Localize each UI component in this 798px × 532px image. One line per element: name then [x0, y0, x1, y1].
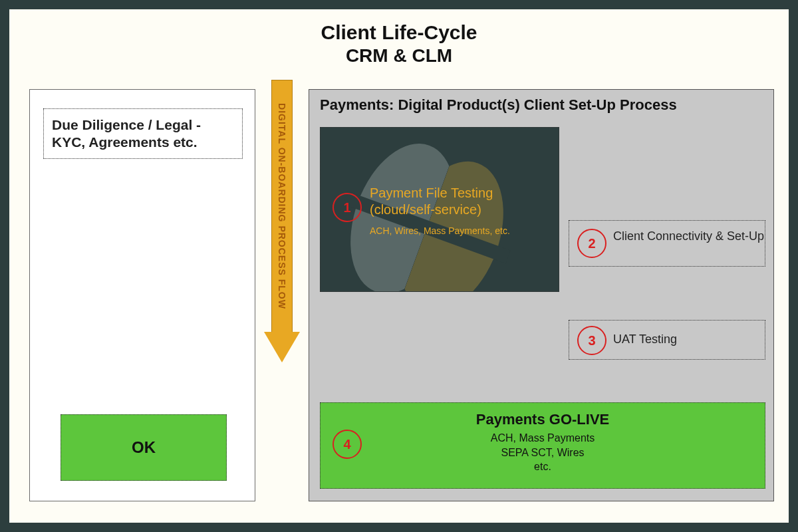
step-number-3: 3	[577, 326, 606, 355]
step-1-title: Payment File Testing (cloud/self-service…	[370, 185, 549, 218]
due-diligence-box: Due Diligence / Legal - KYC, Agreements …	[43, 108, 243, 159]
step-3-text: UAT Testing	[613, 332, 677, 346]
step-1-subtitle: ACH, Wires, Mass Payments, etc.	[370, 225, 549, 237]
ok-status-box: OK	[61, 414, 227, 481]
step-2-client-connectivity: 2 Client Connectivity & Set-Up	[569, 220, 765, 267]
go-live-line-b: SEPA SCT, Wires	[321, 446, 765, 460]
step-2-text: Client Connectivity & Set-Up	[613, 229, 764, 244]
diagram-canvas: Client Life-Cycle CRM & CLM Due Diligenc…	[7, 7, 791, 525]
flow-arrow-label: DIGITAL ON-BOARDING PROCESS FLOW	[277, 103, 287, 309]
step-3-uat-testing: 3 UAT Testing	[569, 320, 765, 360]
left-column: Due Diligence / Legal - KYC, Agreements …	[29, 89, 255, 501]
ok-label: OK	[132, 438, 156, 457]
title-line-2: CRM & CLM	[9, 45, 789, 66]
payments-setup-panel: Payments: Digital Product(s) Client Set-…	[309, 89, 774, 501]
diagram-title: Client Life-Cycle CRM & CLM	[9, 21, 789, 66]
step-1-payment-file-testing: 1 Payment File Testing (cloud/self-servi…	[320, 127, 559, 292]
arrow-head-icon	[264, 332, 300, 362]
due-diligence-text: Due Diligence / Legal - KYC, Agreements …	[52, 116, 234, 152]
go-live-details: ACH, Mass Payments SEPA SCT, Wires etc.	[321, 431, 765, 474]
step-4-go-live: 4 Payments GO-LIVE ACH, Mass Payments SE…	[320, 402, 765, 489]
step-number-2: 2	[577, 229, 606, 258]
onboarding-flow-arrow: DIGITAL ON-BOARDING PROCESS FLOW	[265, 80, 299, 372]
step-1-text: Payment File Testing (cloud/self-service…	[370, 185, 549, 237]
panel-title: Payments: Digital Product(s) Client Set-…	[320, 96, 677, 114]
go-live-line-c: etc.	[321, 460, 765, 474]
go-live-title: Payments GO-LIVE	[321, 411, 765, 428]
title-line-1: Client Life-Cycle	[9, 21, 789, 44]
step-number-1: 1	[332, 193, 362, 222]
go-live-line-a: ACH, Mass Payments	[321, 431, 765, 446]
